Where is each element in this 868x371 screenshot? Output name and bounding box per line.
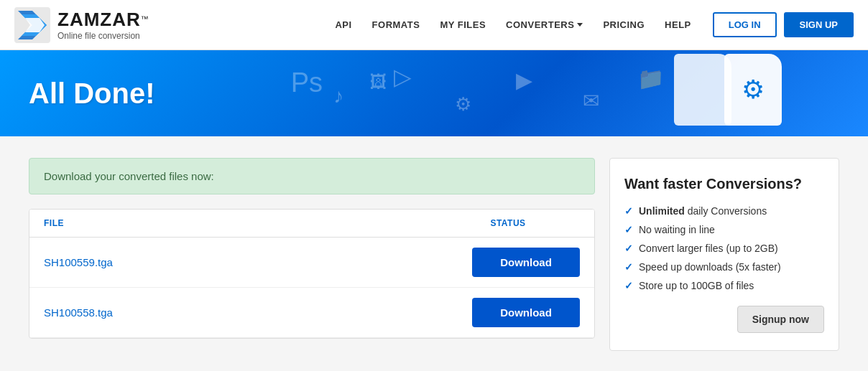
nav-pricing[interactable]: PRICING	[603, 19, 645, 30]
signup-now-button[interactable]: Signup now	[737, 306, 824, 333]
nav-help[interactable]: HELP	[665, 19, 691, 30]
deco-folder-icon: 📁	[637, 66, 664, 91]
deco-gear-icon: ⚙	[455, 93, 471, 116]
file-link-1[interactable]: SH100559.tga	[44, 256, 472, 268]
hero-title: All Done!	[29, 78, 155, 110]
hero-file-front: ⚙	[724, 54, 782, 126]
logo-title: ZAMZAR™	[57, 9, 149, 31]
deco-ps-icon: Ps	[291, 67, 323, 98]
checkmark-icon: ✓	[624, 261, 633, 273]
feature-list: ✓ Unlimited daily Conversions ✓ No waiti…	[624, 205, 824, 291]
header: ZAMZAR™ Online file conversion API FORMA…	[0, 0, 868, 50]
nav-api[interactable]: API	[335, 19, 351, 30]
logo-text: ZAMZAR™ Online file conversion	[57, 9, 149, 41]
list-item: ✓ Store up to 100GB of files	[624, 280, 824, 291]
zamzar-logo-icon	[14, 7, 50, 43]
left-panel: Download your converted files now: FILE …	[29, 158, 595, 351]
nav-converters[interactable]: CONVERTERS	[506, 19, 583, 30]
table-row: SH100559.tga Download	[29, 238, 594, 288]
logo-subtitle: Online file conversion	[57, 31, 149, 41]
list-item: ✓ Unlimited daily Conversions	[624, 205, 824, 217]
feature-text: Convert larger files (up to 2GB)	[639, 243, 778, 254]
checkmark-icon: ✓	[624, 280, 633, 291]
converters-chevron-down-icon	[577, 23, 583, 27]
checkmark-icon: ✓	[624, 205, 633, 217]
hero-banner: All Done! Ps ♪ ▷ ⚙ ▶ ✉ 📁 🖼 ⚙	[0, 50, 868, 136]
table-header: FILE STATUS	[29, 210, 594, 238]
nav-my-files[interactable]: MY FILES	[440, 19, 486, 30]
success-message: Download your converted files now:	[29, 158, 595, 194]
hero-gear-icon: ⚙	[742, 75, 765, 105]
deco-play-icon: ▶	[516, 67, 532, 93]
nav-formats[interactable]: FORMATS	[372, 19, 420, 30]
col-file-header: FILE	[44, 218, 436, 228]
signup-button[interactable]: SIGN UP	[784, 12, 854, 37]
signup-button-area: Signup now	[624, 306, 824, 333]
deco-arrow-icon: ▷	[394, 63, 412, 90]
download-button-1[interactable]: Download	[472, 248, 580, 277]
checkmark-icon: ✓	[624, 243, 633, 254]
list-item: ✓ Convert larger files (up to 2GB)	[624, 243, 824, 254]
main-nav: API FORMATS MY FILES CONVERTERS PRICING …	[335, 19, 691, 30]
download-button-2[interactable]: Download	[472, 298, 580, 327]
deco-envelope-icon: ✉	[583, 89, 599, 113]
list-item: ✓ Speed up downloads (5x faster)	[624, 261, 824, 273]
logo[interactable]: ZAMZAR™ Online file conversion	[14, 7, 149, 43]
feature-text: No waiting in line	[639, 224, 715, 235]
deco-music-icon: ♪	[333, 85, 343, 108]
deco-image-icon: 🖼	[370, 72, 387, 92]
upgrade-title: Want faster Conversions?	[624, 176, 824, 192]
feature-text: Speed up downloads (5x faster)	[639, 261, 781, 273]
checkmark-icon: ✓	[624, 224, 633, 235]
upgrade-panel: Want faster Conversions? ✓ Unlimited dai…	[609, 158, 839, 351]
hero-file-group: ⚙	[674, 54, 782, 126]
files-table: FILE STATUS SH100559.tga Download SH1005…	[29, 209, 595, 339]
main-content: Download your converted files now: FILE …	[0, 136, 868, 371]
file-link-2[interactable]: SH100558.tga	[44, 306, 472, 319]
login-button[interactable]: LOG IN	[713, 12, 777, 37]
feature-text: Store up to 100GB of files	[639, 280, 754, 291]
table-row: SH100558.tga Download	[29, 288, 594, 338]
hero-file-back	[674, 54, 731, 126]
col-status-header: STATUS	[436, 218, 580, 228]
feature-text: daily Conversions	[685, 205, 767, 217]
feature-bold-text: Unlimited	[639, 205, 685, 217]
list-item: ✓ No waiting in line	[624, 224, 824, 235]
